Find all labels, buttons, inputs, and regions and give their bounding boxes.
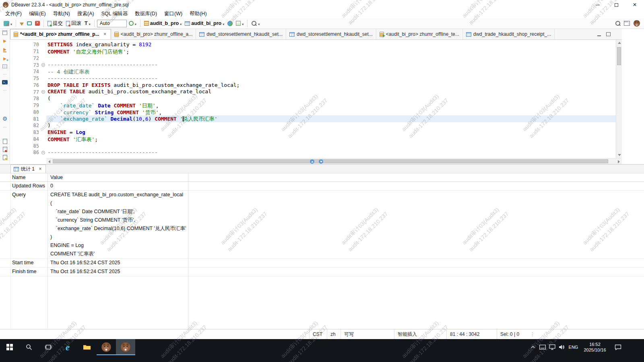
code-line[interactable] <box>46 142 616 149</box>
fold-collapse-icon[interactable] <box>41 63 45 67</box>
line-number[interactable]: 82 <box>10 123 41 128</box>
taskbar-clock[interactable]: 16:52 2025/10/16 <box>580 341 610 353</box>
code-line[interactable]: ( <box>46 95 616 102</box>
statusbar-item[interactable]: 81 : 44 : 3042 <box>446 329 497 339</box>
execute-statement-icon[interactable] <box>2 38 8 44</box>
scrollbar-thumb[interactable] <box>617 47 621 65</box>
editor-tab[interactable]: dwd_storesettlement_hkaudit_set... <box>196 29 286 39</box>
code-line[interactable] <box>46 55 616 62</box>
close-icon[interactable] <box>38 167 43 171</box>
scroll-left-icon[interactable] <box>46 158 52 165</box>
stats-tab[interactable]: 统计 1 <box>10 165 46 173</box>
line-number[interactable]: 76 <box>10 82 41 88</box>
cancel-button[interactable] <box>34 20 41 27</box>
code-line[interactable]: CREATE TABLE audit_bi_pro.custom_exchang… <box>46 88 616 95</box>
quick-search-button[interactable] <box>614 20 622 27</box>
status-handle[interactable] <box>530 329 535 339</box>
code-line[interactable]: `rate_date` Date COMMENT '日期', <box>46 102 616 109</box>
menu-item[interactable]: 数据库(D) <box>131 10 161 18</box>
tray-expand-button[interactable] <box>528 339 538 355</box>
line-number[interactable]: 83 <box>10 130 41 135</box>
scroll-right-icon[interactable] <box>616 158 622 165</box>
dbeaver-logo-button[interactable] <box>632 19 642 28</box>
editor-tab[interactable]: dwd_storesettlement_hkaudit_set... <box>286 29 376 39</box>
new-connection-button[interactable] <box>2 19 13 28</box>
statusbar-item[interactable]: 智能插入 <box>394 329 446 339</box>
rollback-button[interactable]: 回滚 <box>65 19 83 28</box>
internet-explorer-button[interactable] <box>58 339 77 355</box>
menu-item[interactable]: 导航(N) <box>50 10 74 18</box>
open-script-icon[interactable] <box>3 155 7 160</box>
line-number[interactable]: 74 <box>10 69 41 74</box>
line-number[interactable]: 84 <box>10 136 41 142</box>
delete-script-icon[interactable] <box>3 147 7 152</box>
line-number[interactable]: 70 <box>10 42 41 47</box>
editor-tab[interactable]: dwd_trade_hkaudit_shop_receipt_... <box>463 29 555 39</box>
taskbar-search-button[interactable] <box>19 339 39 355</box>
search-menu-button[interactable] <box>250 19 261 28</box>
scroll-up-icon[interactable] <box>616 40 622 46</box>
connection-selector[interactable]: audit_b_pro <box>143 19 183 28</box>
restore-view-icon[interactable] <box>2 31 7 35</box>
maximize-editor-icon[interactable] <box>605 31 611 37</box>
maximize-button[interactable] <box>607 0 625 10</box>
volume-button[interactable] <box>557 339 567 355</box>
sync-button[interactable] <box>26 21 33 26</box>
commit-mode-button[interactable] <box>235 19 245 28</box>
transaction-mode-button[interactable]: T <box>83 19 92 28</box>
auto-refresh-button[interactable] <box>128 19 138 28</box>
line-number[interactable]: 77 <box>10 89 41 95</box>
code-line[interactable]: COMMENT '自定义海外门店销售'; <box>46 48 616 55</box>
menu-item[interactable]: 文件(F) <box>2 10 25 18</box>
output-console-icon[interactable] <box>2 80 8 84</box>
line-number[interactable]: 85 <box>10 143 41 149</box>
stats-row[interactable]: QueryCREATE TABLE audit_bi_pro.custom_ex… <box>0 191 644 259</box>
sql-file-icon[interactable] <box>3 139 7 144</box>
code-line[interactable]: DROP TABLE IF EXISTS audit_bi_pro.custom… <box>46 82 616 89</box>
close-icon[interactable] <box>103 32 107 37</box>
action-center-button[interactable] <box>610 339 626 355</box>
result-grid-icon[interactable] <box>2 64 7 68</box>
menu-item[interactable]: 窗口(W) <box>161 10 186 18</box>
line-number[interactable]: 86 <box>10 150 41 155</box>
schema-selector[interactable]: audit_bi_pro <box>184 19 225 28</box>
scrollbar-thumb[interactable] <box>53 159 608 163</box>
download-button[interactable] <box>19 19 25 29</box>
code-line[interactable]: ENGINE = Log <box>46 129 616 136</box>
menu-item[interactable]: 搜索(A) <box>74 10 98 18</box>
code-line[interactable]: `currency` String COMMENT '货币', <box>46 109 616 116</box>
maximize-editor-button[interactable] <box>310 159 314 164</box>
code-line[interactable]: ----------------------------------- <box>46 149 616 156</box>
menu-item[interactable]: 帮助(H) <box>186 10 210 18</box>
statusbar-item[interactable]: CST <box>309 329 327 339</box>
new-script-icon[interactable] <box>2 56 8 62</box>
stats-row[interactable]: Updated Rows0 <box>0 182 644 191</box>
line-number[interactable]: 79 <box>10 103 41 108</box>
statusbar-item[interactable]: 可写 <box>341 329 394 339</box>
code-line[interactable]: ----------------------------------- <box>46 62 616 68</box>
line-number[interactable]: 73 <box>10 62 41 68</box>
line-number[interactable]: 78 <box>10 96 41 101</box>
code-area[interactable]: SETTINGS index_granularity = 8192COMMENT… <box>46 40 616 158</box>
editor-tab[interactable]: *<audit_bi_pro> zhumr_offline_p... <box>10 29 111 39</box>
column-header-value[interactable]: Value <box>47 175 63 180</box>
file-explorer-button[interactable] <box>77 339 97 355</box>
settings-icon[interactable] <box>2 115 8 121</box>
line-number[interactable]: 72 <box>10 56 41 61</box>
horizontal-scrollbar[interactable] <box>46 158 622 164</box>
editor-tab[interactable]: <audit_bi_pro> zhumr_offline_a... <box>111 29 196 39</box>
line-number[interactable]: 81 <box>10 116 41 122</box>
language-indicator[interactable]: ENG <box>567 345 580 350</box>
code-line[interactable]: COMMENT '汇率表'; <box>46 136 616 143</box>
vertical-scrollbar[interactable] <box>616 40 622 158</box>
fold-collapse-icon[interactable] <box>41 151 45 154</box>
task-view-button[interactable] <box>39 339 58 355</box>
sql-editor[interactable]: 7071727374757677787980818283848586 SETTI… <box>10 40 622 158</box>
scroll-down-icon[interactable] <box>616 152 622 158</box>
close-button[interactable] <box>625 0 644 10</box>
code-line[interactable]: `exchange_rate` Decimal(10,6) COMMENT '兑… <box>46 115 616 122</box>
column-header-name[interactable]: Name <box>0 175 47 180</box>
line-number[interactable]: 80 <box>10 109 41 115</box>
commit-button[interactable]: 提交 <box>46 19 64 28</box>
restore-panel-button[interactable] <box>319 159 323 164</box>
